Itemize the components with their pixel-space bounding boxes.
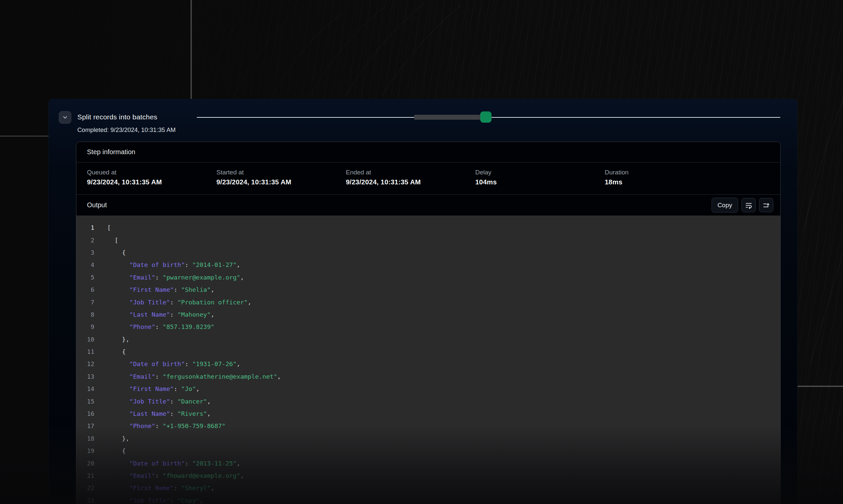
code-content: "Date of birth": "2014-01-27", (107, 261, 240, 268)
background-right-rule (797, 385, 843, 387)
field-value: 104ms (475, 178, 497, 186)
code-line: 15 "Job Title": "Dancer", (76, 395, 780, 407)
code-content: { (107, 249, 126, 256)
metadata-field-queued-at: Queued at 9/23/2024, 10:31:35 AM (87, 169, 162, 186)
code-content: { (107, 348, 126, 355)
field-label: Delay (475, 169, 497, 176)
code-content: "Email": "fergusonkatherine@example.net"… (107, 373, 281, 380)
line-number: 14 (76, 385, 94, 392)
code-line: 23 "Job Title": "Copy", (76, 494, 780, 504)
field-value: 18ms (605, 178, 629, 186)
line-number: 6 (76, 286, 94, 293)
line-number: 23 (76, 497, 94, 504)
code-content: "First Name": "Jo", (107, 385, 200, 392)
word-wrap-icon (745, 201, 753, 209)
line-number: 15 (76, 398, 94, 405)
word-wrap-button[interactable] (741, 198, 756, 212)
line-number: 16 (76, 410, 94, 417)
code-line: 10 }, (76, 333, 780, 345)
metadata-field-ended-at: Ended at 9/23/2024, 10:31:35 AM (346, 169, 421, 186)
code-content: "Date of birth": "2013-11-25", (107, 460, 240, 467)
copy-button[interactable]: Copy (711, 198, 738, 213)
output-title: Output (87, 201, 708, 209)
code-line: 21 "Email": "fhoward@example.org", (76, 469, 780, 482)
step-completed-timestamp: Completed: 9/23/2024, 10:31:35 AM (77, 126, 176, 133)
line-number: 18 (76, 435, 94, 442)
line-number: 9 (76, 323, 94, 330)
code-line: 16 "Last Name": "Rivers", (76, 408, 780, 420)
step-information-header: Step information (76, 142, 780, 162)
code-content: }, (107, 336, 130, 343)
line-number: 11 (76, 348, 94, 355)
line-number: 17 (76, 422, 94, 429)
code-line: 8 "Last Name": "Mahoney", (76, 308, 780, 321)
code-line: 5 "Email": "pwarner@example.org", (76, 271, 780, 284)
field-value: 9/23/2024, 10:31:35 AM (217, 178, 291, 186)
page: Split records into batches Completed: 9/… (0, 0, 843, 504)
line-number: 13 (76, 373, 94, 380)
code-content: "First Name": "Shelia", (107, 286, 214, 293)
code-line: 20 "Date of birth": "2013-11-25", (76, 457, 780, 469)
code-line: 2 [ (76, 234, 780, 246)
collapse-step-button[interactable] (59, 111, 71, 124)
field-label: Ended at (346, 169, 421, 176)
code-line: 9 "Phone": "857.139.8239" (76, 321, 780, 333)
step-detail-panel: Split records into batches Completed: 9/… (49, 99, 797, 504)
code-content: "Job Title": "Dancer", (107, 398, 211, 405)
metadata-field-duration: Duration 18ms (605, 169, 629, 186)
code-line: 22 "First Name": "Sheryl", (76, 482, 780, 494)
line-number: 3 (76, 249, 94, 256)
background-vertical-line (190, 0, 192, 99)
code-content: "Phone": "+1-950-759-8687" (107, 422, 225, 429)
code-line: 13 "Email": "fergusonkatherine@example.n… (76, 371, 780, 383)
code-content: "Job Title": "Probation officer", (107, 299, 251, 306)
field-label: Started at (217, 169, 291, 176)
step-header: Split records into batches Completed: 9/… (49, 99, 797, 142)
line-number: 5 (76, 274, 94, 281)
code-line: 6 "First Name": "Shelia", (76, 284, 780, 296)
line-number: 19 (76, 447, 94, 454)
field-value: 9/23/2024, 10:31:35 AM (87, 178, 162, 186)
step-information-title: Step information (87, 148, 135, 156)
code-line: 12 "Date of birth": "1931-07-26", (76, 358, 780, 370)
line-number: 21 (76, 472, 94, 479)
metadata-field-started-at: Started at 9/23/2024, 10:31:35 AM (217, 169, 291, 186)
metadata-row: Queued at 9/23/2024, 10:31:35 AM Started… (76, 162, 780, 195)
code-line: 11 { (76, 345, 780, 358)
line-number: 2 (76, 237, 94, 244)
copy-button-label: Copy (718, 202, 732, 209)
code-line: 19 { (76, 445, 780, 457)
timeline-elapsed-bar (414, 115, 486, 120)
code-content: "First Name": "Sheryl", (107, 484, 214, 491)
code-content: }, (107, 435, 130, 442)
timeline-marker-handle[interactable] (480, 111, 492, 123)
line-number: 20 (76, 460, 94, 467)
scroll-to-top-button[interactable] (759, 198, 773, 212)
background-left-rule (0, 136, 49, 137)
line-number: 8 (76, 311, 94, 318)
line-number: 22 (76, 484, 94, 491)
step-timeline-track[interactable] (197, 117, 780, 118)
line-number: 4 (76, 261, 94, 268)
code-content: "Last Name": "Mahoney", (107, 311, 214, 318)
chevron-down-icon (62, 114, 68, 120)
code-content: "Phone": "857.139.8239" (107, 323, 214, 330)
line-number: 12 (76, 360, 94, 367)
step-title: Split records into batches (77, 113, 157, 121)
code-line: 17 "Phone": "+1-950-759-8687" (76, 420, 780, 432)
code-content: "Job Title": "Copy", (107, 497, 204, 504)
code-line: 1[ (76, 221, 780, 234)
code-line: 14 "First Name": "Jo", (76, 383, 780, 395)
field-label: Duration (605, 169, 629, 176)
code-editor[interactable]: 1[2 [3 {4 "Date of birth": "2014-01-27",… (76, 216, 780, 504)
line-number: 7 (76, 299, 94, 306)
output-toolbar: Output Copy (76, 195, 780, 216)
code-line: 18 }, (76, 432, 780, 445)
line-number: 1 (76, 224, 94, 231)
line-number: 10 (76, 336, 94, 343)
metadata-field-delay: Delay 104ms (475, 169, 497, 186)
code-content: "Last Name": "Rivers", (107, 410, 211, 417)
field-label: Queued at (87, 169, 162, 176)
field-value: 9/23/2024, 10:31:35 AM (346, 178, 421, 186)
code-content: [ (107, 224, 111, 231)
